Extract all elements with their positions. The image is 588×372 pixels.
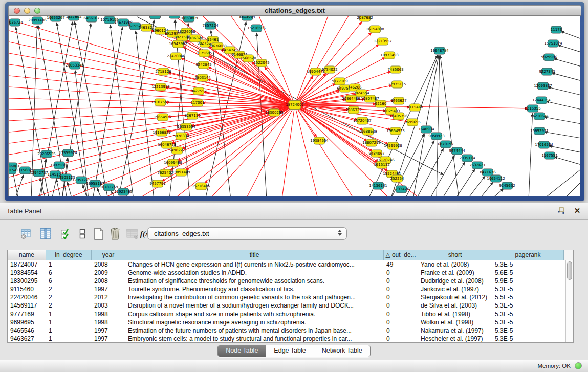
graph-edge[interactable] — [75, 22, 108, 196]
cell-year[interactable]: 2012 — [92, 293, 125, 301]
tab-node-table[interactable]: Node Table — [218, 345, 266, 357]
cell-pagerank[interactable]: 5.3E-5 — [492, 310, 564, 318]
float-window-icon[interactable] — [556, 206, 565, 215]
cell-short[interactable]: Dudbridge et al. (2008) — [418, 277, 492, 285]
cell-title[interactable]: Changes of HCN gene expression and I(f) … — [125, 260, 384, 269]
cell-name[interactable]: 9699695 — [8, 318, 46, 326]
cell-title[interactable]: Embryonic stem cells: a model to study s… — [125, 335, 384, 343]
graph-edge[interactable] — [561, 31, 580, 39]
table-settings-icon[interactable] — [19, 227, 33, 241]
graph-edge[interactable] — [548, 87, 580, 95]
cell-title[interactable]: Investigating the contribution of common… — [125, 293, 384, 301]
column-header-year[interactable]: year — [92, 250, 125, 260]
memory-ok-icon[interactable] — [575, 362, 582, 369]
graph-edge[interactable] — [467, 177, 485, 196]
cell-name[interactable]: 9465546 — [8, 326, 46, 335]
cell-title[interactable]: Estimation of the future numbers of pati… — [125, 326, 384, 335]
graph-edge[interactable] — [437, 56, 440, 196]
window-titlebar[interactable]: citations_edges.txt — [8, 5, 581, 16]
graph-edge[interactable] — [97, 188, 102, 196]
graph-edge[interactable] — [429, 156, 454, 196]
graph-edge[interactable] — [552, 73, 580, 81]
graph-edge[interactable] — [554, 59, 580, 67]
graph-edge[interactable] — [295, 105, 354, 196]
cell-pagerank[interactable]: 5.3E-5 — [492, 318, 564, 326]
table-row[interactable]: 2242004622012Investigating the contribut… — [8, 293, 573, 301]
cell-out_degree[interactable]: 0 — [384, 326, 418, 335]
cell-short[interactable]: Stergiakouli et al. (2012) — [418, 293, 492, 301]
column-header-title[interactable]: title — [125, 250, 384, 260]
graph-edge[interactable] — [545, 132, 580, 138]
table-row[interactable]: 1456911722003Disruption of a novel membe… — [8, 301, 573, 310]
graph-svg[interactable]: 1872400718300295193845544035724208914061… — [9, 16, 580, 196]
cell-in_degree[interactable]: 1 — [46, 326, 92, 335]
cell-in_degree[interactable]: 1 — [46, 335, 92, 343]
graph-edge[interactable] — [405, 141, 434, 196]
cell-in_degree[interactable]: 6 — [46, 269, 92, 277]
cell-pagerank[interactable]: 5.3E-5 — [492, 260, 564, 269]
row-height-icon[interactable] — [76, 227, 89, 241]
graph-edge[interactable] — [295, 22, 362, 105]
cell-year[interactable]: 2008 — [92, 260, 125, 269]
cell-in_degree[interactable]: 1 — [46, 310, 92, 318]
close-icon[interactable]: ✕ — [573, 206, 582, 215]
cell-year[interactable]: 2008 — [92, 277, 125, 285]
cell-year[interactable]: 2009 — [92, 269, 125, 277]
delete-table-icon[interactable] — [108, 227, 122, 241]
graph-edge[interactable] — [529, 114, 533, 196]
table-row[interactable]: 969969511998Structural magnetic resonanc… — [8, 318, 573, 326]
graph-edge[interactable] — [479, 183, 493, 196]
cell-in_degree[interactable]: 2 — [46, 301, 92, 310]
cell-short[interactable]: Tibbo et al. (1998) — [418, 310, 492, 318]
graph-edge[interactable] — [243, 58, 295, 105]
cell-pagerank[interactable]: 5.9E-5 — [492, 277, 564, 285]
cell-in_degree[interactable]: 2 — [46, 293, 92, 301]
table-vertical-scrollbar[interactable] — [565, 260, 573, 343]
cell-pagerank[interactable]: 5.3E-5 — [492, 301, 564, 310]
cell-out_degree[interactable]: 0 — [384, 335, 418, 343]
graph-edge[interactable] — [9, 31, 295, 105]
cell-name[interactable]: 18724007 — [8, 260, 46, 269]
cell-pagerank[interactable]: 5.3E-5 — [492, 326, 564, 335]
cell-pagerank[interactable]: 5.6E-5 — [492, 269, 564, 277]
tab-network-table[interactable]: Network Table — [314, 345, 370, 357]
cell-short[interactable]: Nakamura et al. (1997) — [418, 326, 492, 335]
cell-pagerank[interactable]: 5.3E-5 — [492, 285, 564, 293]
graph-edge[interactable] — [543, 169, 580, 196]
cell-out_degree[interactable]: 0 — [384, 310, 418, 318]
cell-name[interactable]: 22420046 — [8, 293, 46, 301]
column-header-short[interactable]: short — [418, 250, 492, 260]
graph-edge[interactable] — [205, 105, 295, 183]
table-row[interactable]: 946554611997Estimation of the future num… — [8, 326, 573, 335]
cell-short[interactable]: Franke et al. (2009) — [418, 269, 492, 277]
graph-edge[interactable] — [57, 23, 88, 196]
cell-out_degree[interactable]: 0 — [384, 318, 418, 326]
zoom-window-icon[interactable] — [34, 8, 40, 14]
show-columns-icon[interactable] — [39, 227, 52, 241]
cell-name[interactable]: 9777169 — [8, 310, 46, 318]
cell-title[interactable]: Disruption of a novel member of a sodium… — [125, 301, 384, 310]
column-header-name[interactable]: name — [8, 250, 46, 260]
cell-name[interactable]: 9463627 — [8, 335, 46, 343]
cell-short[interactable]: Wolkin et al. (1998) — [418, 318, 492, 326]
cell-out_degree[interactable]: 0 — [384, 269, 418, 277]
close-window-icon[interactable] — [14, 8, 20, 14]
cell-short[interactable]: Hescheler et al. (1997) — [418, 335, 492, 343]
minimize-window-icon[interactable] — [24, 8, 30, 14]
cell-title[interactable]: Structural magnetic resonance image aver… — [125, 318, 384, 326]
cell-pagerank[interactable]: 5.5E-5 — [492, 293, 564, 301]
cell-pagerank[interactable]: 5.3E-5 — [492, 335, 564, 343]
cell-year[interactable]: 1997 — [92, 285, 125, 293]
graph-edge[interactable] — [547, 101, 580, 110]
graph-edge[interactable] — [545, 117, 580, 124]
cell-year[interactable]: 1997 — [92, 326, 125, 335]
cell-year[interactable]: 1998 — [92, 310, 125, 318]
cell-name[interactable]: 19384554 — [8, 269, 46, 277]
cell-in_degree[interactable]: 1 — [46, 318, 92, 326]
import-table-icon[interactable] — [126, 227, 139, 241]
cell-year[interactable]: 1997 — [92, 335, 125, 343]
cell-name[interactable]: 14569117 — [8, 301, 46, 310]
new-table-icon[interactable] — [92, 227, 105, 241]
cell-out_degree[interactable]: 0 — [384, 293, 418, 301]
cell-in_degree[interactable]: 1 — [46, 260, 92, 269]
